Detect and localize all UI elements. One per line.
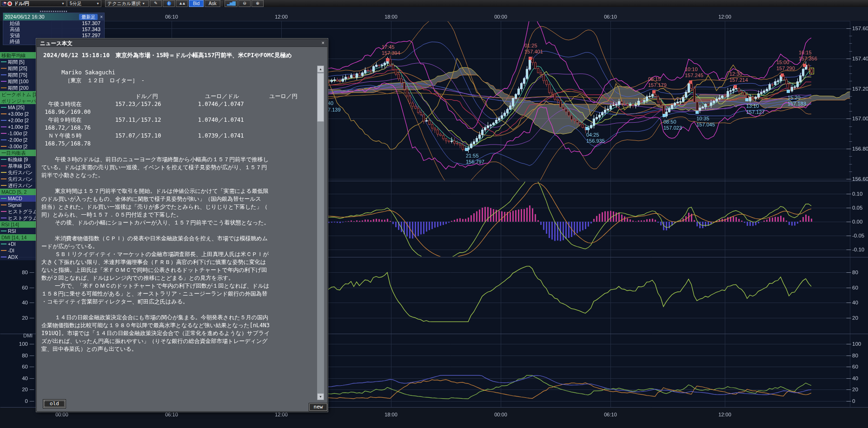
draw-tool-button[interactable]: ✎ bbox=[150, 0, 162, 7]
line-swatch-icon bbox=[1, 230, 7, 231]
time-axis-label: 06:10 bbox=[161, 14, 182, 20]
volume-chart-button[interactable]: ▂▅▇ bbox=[225, 0, 238, 7]
scrollbar-thumb[interactable] bbox=[317, 73, 324, 122]
bottom-marker-icon bbox=[663, 114, 666, 117]
currency-pair-selector[interactable]: ドル/円 ▼ bbox=[0, 0, 66, 7]
info-button[interactable]: i bbox=[163, 0, 175, 7]
legend-item[interactable]: 期間 [5] bbox=[0, 59, 36, 65]
legend-group-header[interactable]: ピークボトム [1 bbox=[0, 91, 36, 98]
close-icon[interactable]: × bbox=[100, 14, 103, 20]
legend-label: -2.00σ [2 bbox=[8, 137, 27, 143]
line-swatch-icon bbox=[1, 120, 7, 121]
legend-item[interactable]: 期間 [200 bbox=[0, 85, 36, 91]
close-icon[interactable]: × bbox=[322, 40, 325, 46]
time-axis-label: 06:10 bbox=[600, 412, 621, 417]
price-axis-label: 80 bbox=[852, 353, 858, 358]
scroll-down-icon[interactable]: ▼ bbox=[317, 393, 324, 400]
legend-item[interactable]: ADX bbox=[0, 254, 36, 260]
line-swatch-icon bbox=[1, 159, 7, 160]
legend-item[interactable]: +DI bbox=[0, 241, 36, 247]
line-swatch-icon bbox=[1, 74, 7, 75]
legend-item[interactable]: RSI bbox=[0, 228, 36, 234]
ohlc-label: 安値 bbox=[10, 33, 20, 39]
time-axis-label: 18:00 bbox=[381, 14, 401, 20]
line-swatch-icon bbox=[1, 211, 7, 212]
legend-item[interactable]: +1.00σ [2 bbox=[0, 124, 36, 130]
chevron-down-icon: ▼ bbox=[142, 2, 145, 5]
indicator-legend-panel: 移動平均線期間 [5]期間 [25]期間 [75]期間 [100期間 [200ピ… bbox=[0, 52, 36, 260]
legend-label: +3.00σ [2 bbox=[8, 111, 29, 117]
main-toolbar: ドル/円 ▼ 5分足 ▼ テクニカル選択 ▼ ✎ i ▲▲ Bid Ask ▂▅… bbox=[0, 0, 868, 7]
legend-item[interactable]: +2.00σ [2 bbox=[0, 117, 36, 124]
chart-style-button[interactable]: ▲▲ bbox=[176, 0, 188, 7]
price-axis-label: 40 bbox=[14, 375, 28, 381]
legend-group-header[interactable]: RSI [14] bbox=[0, 221, 36, 228]
dialog-titlebar[interactable]: ニュース本文 × bbox=[37, 39, 327, 47]
price-axis-label: 60 bbox=[17, 285, 28, 290]
candle-datetime: 2024/06/12 16:30 bbox=[5, 14, 45, 20]
price-axis-label: 0 bbox=[14, 398, 28, 404]
trading-app-window: { "toolbar": { "pair_label": "ドル/円", "pa… bbox=[0, 0, 868, 428]
zoom-out-icon: ⊖ bbox=[243, 1, 246, 6]
dialog-title: ニュース本文 bbox=[40, 40, 73, 47]
legend-group-header[interactable]: 一目均衡表 bbox=[0, 150, 36, 156]
time-axis-label: 00:00 bbox=[52, 412, 72, 417]
peak-marker-icon bbox=[386, 58, 389, 61]
peak-bottom-label: 01:25157.401 bbox=[524, 43, 543, 55]
legend-item[interactable]: -DI bbox=[0, 247, 36, 254]
legend-label: +DI bbox=[8, 241, 16, 247]
legend-item[interactable]: ヒストグラム bbox=[0, 215, 36, 221]
old-news-button[interactable]: old bbox=[43, 400, 66, 408]
peak-marker-icon bbox=[529, 57, 532, 60]
legend-label: ヒストグラム bbox=[8, 209, 36, 214]
peak-bottom-label: 08:15157.179 bbox=[648, 76, 667, 88]
peak-bottom-label: 10:10157.245 bbox=[685, 66, 703, 79]
legend-group-header[interactable]: DMI [14, 14 bbox=[0, 234, 36, 241]
technical-select-button[interactable]: テクニカル選択 ▼ bbox=[105, 0, 149, 7]
legend-item[interactable]: -1.00σ [2 bbox=[0, 130, 36, 137]
legend-item[interactable]: 期間 [100 bbox=[0, 78, 36, 85]
price-axis-label: -0.05 bbox=[852, 233, 864, 238]
legend-item[interactable]: 期間 [25] bbox=[0, 65, 36, 72]
ask-toggle-button[interactable]: Ask bbox=[205, 0, 220, 7]
legend-item[interactable]: 遅行スパン bbox=[0, 182, 36, 189]
price-axis-label: 0.10 bbox=[852, 191, 862, 197]
ohlc-label: 終値 bbox=[10, 39, 20, 45]
legend-item[interactable]: -3.00σ [2 bbox=[0, 143, 36, 150]
legend-group-header[interactable]: ボリンジャーバン bbox=[0, 98, 36, 104]
latest-candle-badge[interactable]: 最新足 bbox=[79, 14, 98, 20]
legend-item[interactable]: 基準線 [26 bbox=[0, 163, 36, 169]
new-news-button[interactable]: new bbox=[309, 403, 327, 411]
legend-item[interactable]: -2.00σ [2 bbox=[0, 137, 36, 143]
drag-handle[interactable] bbox=[40, 11, 68, 12]
price-axis-label: 80 bbox=[14, 353, 28, 358]
legend-item[interactable]: 期間 [75] bbox=[0, 72, 36, 78]
legend-label: 先行スパン bbox=[8, 170, 33, 175]
price-axis-label: 60 bbox=[852, 364, 858, 369]
timeframe-selector[interactable]: 5分足 ▼ bbox=[67, 0, 101, 7]
legend-item[interactable]: +3.00σ [2 bbox=[0, 111, 36, 117]
zoom-out-button[interactable]: ⊖ bbox=[239, 0, 251, 7]
time-axis-label: 06:10 bbox=[161, 412, 182, 417]
legend-item[interactable]: Signal bbox=[0, 202, 36, 208]
zoom-in-button[interactable]: ⊕ bbox=[252, 0, 264, 7]
ohlc-value: 157.307 bbox=[82, 20, 100, 26]
ask-label: Ask bbox=[209, 1, 217, 6]
scroll-up-icon[interactable]: ▲ bbox=[317, 66, 324, 72]
bid-toggle-button[interactable]: Bid bbox=[189, 0, 204, 7]
legend-group-header[interactable]: MACD [5, 2 bbox=[0, 189, 36, 195]
legend-item[interactable]: 転換線 [9 bbox=[0, 156, 36, 163]
line-swatch-icon bbox=[1, 204, 7, 205]
legend-label: RSI bbox=[8, 228, 16, 234]
legend-item[interactable]: MACD bbox=[0, 195, 36, 202]
price-axis-label: 20 bbox=[17, 315, 28, 321]
legend-item[interactable]: 先行スパン bbox=[0, 169, 36, 176]
peak-bottom-label: 12:30157.214 bbox=[729, 71, 748, 83]
ohlc-label: 始値 bbox=[10, 20, 20, 26]
legend-item[interactable]: ヒストグラム bbox=[0, 208, 36, 215]
legend-item[interactable]: 先行スパン bbox=[0, 176, 36, 182]
time-axis-label: 12:00 bbox=[271, 412, 292, 417]
legend-group-header[interactable]: 移動平均線 bbox=[0, 52, 36, 59]
legend-item[interactable]: MA [25] bbox=[0, 104, 36, 111]
legend-label: MACD bbox=[8, 196, 22, 201]
